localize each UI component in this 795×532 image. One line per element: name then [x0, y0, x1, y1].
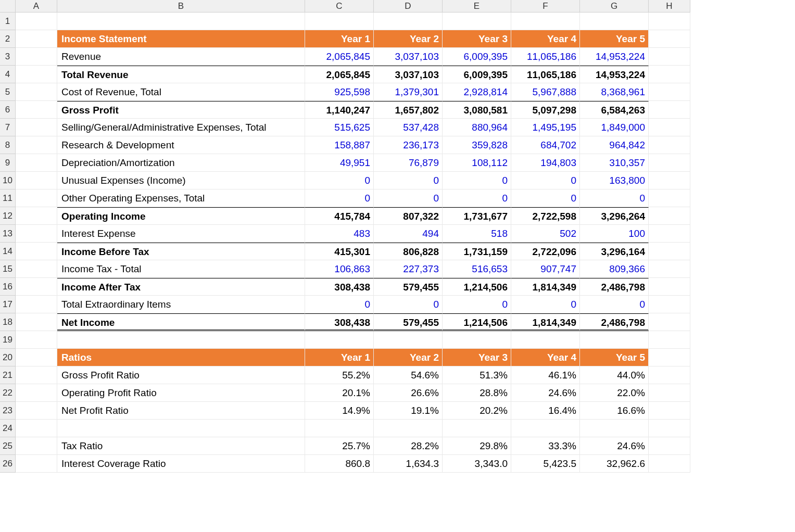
cell[interactable]	[649, 278, 690, 296]
cell-value[interactable]: 5,423.5	[511, 455, 580, 473]
cell-value[interactable]: 54.6%	[374, 366, 443, 384]
cell-value[interactable]: 6,584,263	[580, 101, 649, 119]
cell[interactable]	[16, 260, 57, 278]
cell-value[interactable]: 0	[305, 296, 374, 313]
row-label[interactable]: Research & Development	[57, 136, 305, 154]
row-label[interactable]: Net Income	[57, 313, 305, 331]
cell-value[interactable]: 25.7%	[305, 437, 374, 455]
cell-value[interactable]: 100	[580, 225, 649, 243]
cell-value[interactable]: 5,967,888	[511, 83, 580, 101]
cell[interactable]	[649, 260, 690, 278]
cell-value[interactable]: 809,366	[580, 260, 649, 278]
cell[interactable]	[649, 402, 690, 420]
cell-value[interactable]: 20.1%	[305, 384, 374, 402]
cell[interactable]	[374, 12, 443, 30]
cell-value[interactable]: 516,653	[443, 260, 511, 278]
cell-value[interactable]: 907,747	[511, 260, 580, 278]
col-header-B[interactable]: B	[57, 0, 305, 12]
row-label[interactable]: Interest Coverage Ratio	[57, 455, 305, 473]
row-label[interactable]: Income After Tax	[57, 278, 305, 296]
cell-value[interactable]: 807,322	[374, 207, 443, 225]
row-label[interactable]: Other Operating Expenses, Total	[57, 189, 305, 207]
cell-value[interactable]: 8,368,961	[580, 83, 649, 101]
cell-value[interactable]: 24.6%	[580, 437, 649, 455]
cell[interactable]	[16, 366, 57, 384]
income-year-1[interactable]: Year 1	[305, 30, 374, 48]
row-header-1[interactable]: 1	[0, 12, 16, 30]
cell[interactable]	[16, 30, 57, 48]
cell[interactable]	[16, 189, 57, 207]
row-label[interactable]: Interest Expense	[57, 225, 305, 243]
cell-value[interactable]: 22.0%	[580, 384, 649, 402]
cell-value[interactable]: 1,495,195	[511, 119, 580, 136]
cell-value[interactable]: 2,486,798	[580, 278, 649, 296]
row-header-22[interactable]: 22	[0, 384, 16, 402]
cell-value[interactable]: 19.1%	[374, 402, 443, 420]
cell-value[interactable]: 28.8%	[443, 384, 511, 402]
cell[interactable]	[649, 66, 690, 83]
cell[interactable]	[649, 83, 690, 101]
cell[interactable]	[16, 384, 57, 402]
cell[interactable]	[374, 331, 443, 349]
cell-value[interactable]: 55.2%	[305, 366, 374, 384]
ratios-title[interactable]: Ratios	[57, 349, 305, 366]
cell-value[interactable]: 11,065,186	[511, 66, 580, 83]
cell[interactable]	[649, 48, 690, 66]
cell-value[interactable]: 20.2%	[443, 402, 511, 420]
row-header-20[interactable]: 20	[0, 349, 16, 366]
cell[interactable]	[16, 278, 57, 296]
row-header-2[interactable]: 2	[0, 30, 16, 48]
col-header-E[interactable]: E	[443, 0, 511, 12]
cell-value[interactable]: 24.6%	[511, 384, 580, 402]
col-header-F[interactable]: F	[511, 0, 580, 12]
cell-value[interactable]: 860.8	[305, 455, 374, 473]
cell-value[interactable]: 163,800	[580, 172, 649, 189]
cell-value[interactable]: 28.2%	[374, 437, 443, 455]
row-label[interactable]: Income Tax - Total	[57, 260, 305, 278]
cell[interactable]	[16, 437, 57, 455]
cell[interactable]	[649, 12, 690, 30]
cell-value[interactable]: 1,731,159	[443, 243, 511, 260]
cell-value[interactable]: 579,455	[374, 313, 443, 331]
income-year-5[interactable]: Year 5	[580, 30, 649, 48]
cell[interactable]	[16, 83, 57, 101]
cell-value[interactable]: 0	[374, 189, 443, 207]
cell-value[interactable]: 684,702	[511, 136, 580, 154]
cell[interactable]	[649, 455, 690, 473]
cell-value[interactable]: 0	[580, 296, 649, 313]
cell-value[interactable]: 14,953,224	[580, 48, 649, 66]
cell[interactable]	[16, 207, 57, 225]
cell-value[interactable]: 16.6%	[580, 402, 649, 420]
row-header-23[interactable]: 23	[0, 402, 16, 420]
cell-value[interactable]: 1,657,802	[374, 101, 443, 119]
cell-value[interactable]: 106,863	[305, 260, 374, 278]
row-label[interactable]: Total Extraordinary Items	[57, 296, 305, 313]
income-year-4[interactable]: Year 4	[511, 30, 580, 48]
cell[interactable]	[511, 12, 580, 30]
cell-value[interactable]: 1,214,506	[443, 313, 511, 331]
cell-value[interactable]: 14,953,224	[580, 66, 649, 83]
cell-value[interactable]: 483	[305, 225, 374, 243]
cell[interactable]	[580, 420, 649, 437]
cell[interactable]	[16, 420, 57, 437]
cell-value[interactable]: 2,722,598	[511, 207, 580, 225]
cell-value[interactable]: 108,112	[443, 154, 511, 172]
row-label[interactable]: Gross Profit Ratio	[57, 366, 305, 384]
row-header-8[interactable]: 8	[0, 136, 16, 154]
cell-value[interactable]: 26.6%	[374, 384, 443, 402]
cell-value[interactable]: 415,301	[305, 243, 374, 260]
cell-value[interactable]: 0	[511, 296, 580, 313]
cell-value[interactable]: 806,828	[374, 243, 443, 260]
cell[interactable]	[649, 136, 690, 154]
cell-value[interactable]: 0	[305, 189, 374, 207]
row-header-3[interactable]: 3	[0, 48, 16, 66]
ratios-year-4[interactable]: Year 4	[511, 349, 580, 366]
cell-value[interactable]: 51.3%	[443, 366, 511, 384]
cell[interactable]	[649, 30, 690, 48]
row-header-10[interactable]: 10	[0, 172, 16, 189]
cell-value[interactable]: 0	[511, 189, 580, 207]
cell-value[interactable]: 308,438	[305, 313, 374, 331]
cell-value[interactable]: 1,731,677	[443, 207, 511, 225]
cell[interactable]	[16, 243, 57, 260]
cell[interactable]	[649, 331, 690, 349]
